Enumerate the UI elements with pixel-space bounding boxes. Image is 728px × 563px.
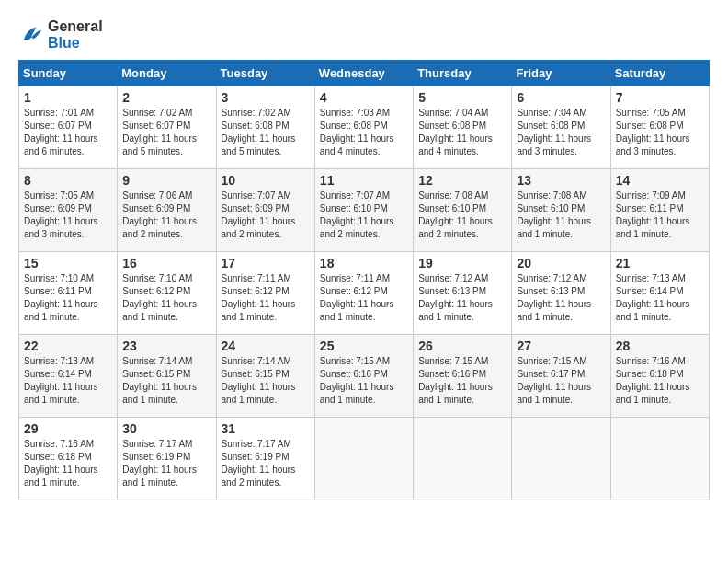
calendar-cell: 25Sunrise: 7:15 AM Sunset: 6:16 PM Dayli… <box>314 335 413 418</box>
calendar-cell: 26Sunrise: 7:15 AM Sunset: 6:16 PM Dayli… <box>414 335 512 418</box>
week-row-3: 15Sunrise: 7:10 AM Sunset: 6:11 PM Dayli… <box>19 252 710 335</box>
calendar-cell: 16Sunrise: 7:10 AM Sunset: 6:12 PM Dayli… <box>118 252 216 335</box>
day-number: 22 <box>24 339 112 353</box>
calendar-cell: 17Sunrise: 7:11 AM Sunset: 6:12 PM Dayli… <box>216 252 314 335</box>
column-header-wednesday: Wednesday <box>314 61 413 86</box>
day-number: 6 <box>517 90 605 105</box>
day-number: 10 <box>222 173 310 188</box>
calendar-cell: 11Sunrise: 7:07 AM Sunset: 6:10 PM Dayli… <box>314 169 413 252</box>
day-number: 20 <box>517 256 605 270</box>
day-info: Sunrise: 7:17 AM Sunset: 6:19 PM Dayligh… <box>122 438 210 489</box>
calendar-cell: 10Sunrise: 7:07 AM Sunset: 6:09 PM Dayli… <box>216 169 314 252</box>
calendar-cell <box>414 418 512 500</box>
day-info: Sunrise: 7:12 AM Sunset: 6:13 PM Dayligh… <box>517 272 605 324</box>
day-info: Sunrise: 7:01 AM Sunset: 6:07 PM Dayligh… <box>24 107 112 158</box>
day-info: Sunrise: 7:08 AM Sunset: 6:10 PM Dayligh… <box>418 190 506 241</box>
day-number: 4 <box>320 90 408 105</box>
logo-text-line1: General <box>48 18 103 35</box>
day-number: 9 <box>122 173 210 188</box>
calendar-cell: 15Sunrise: 7:10 AM Sunset: 6:11 PM Dayli… <box>19 252 118 335</box>
calendar-cell: 8Sunrise: 7:05 AM Sunset: 6:09 PM Daylig… <box>19 169 118 252</box>
calendar-cell: 23Sunrise: 7:14 AM Sunset: 6:15 PM Dayli… <box>118 335 216 418</box>
week-row-2: 8Sunrise: 7:05 AM Sunset: 6:09 PM Daylig… <box>19 169 710 252</box>
day-number: 31 <box>222 421 310 436</box>
day-info: Sunrise: 7:10 AM Sunset: 6:12 PM Dayligh… <box>122 272 210 324</box>
day-number: 17 <box>222 256 310 270</box>
day-info: Sunrise: 7:13 AM Sunset: 6:14 PM Dayligh… <box>24 355 112 407</box>
day-number: 2 <box>122 90 210 105</box>
day-number: 26 <box>418 339 506 353</box>
week-row-1: 1Sunrise: 7:01 AM Sunset: 6:07 PM Daylig… <box>19 86 710 169</box>
day-info: Sunrise: 7:02 AM Sunset: 6:07 PM Dayligh… <box>122 107 210 158</box>
header-row: SundayMondayTuesdayWednesdayThursdayFrid… <box>19 61 710 86</box>
calendar-cell: 24Sunrise: 7:14 AM Sunset: 6:15 PM Dayli… <box>216 335 314 418</box>
calendar-cell <box>512 418 610 500</box>
day-number: 11 <box>320 173 408 188</box>
day-info: Sunrise: 7:13 AM Sunset: 6:14 PM Dayligh… <box>616 272 704 324</box>
day-number: 5 <box>418 90 506 105</box>
day-info: Sunrise: 7:02 AM Sunset: 6:08 PM Dayligh… <box>222 107 310 158</box>
column-header-saturday: Saturday <box>610 61 709 86</box>
day-info: Sunrise: 7:16 AM Sunset: 6:18 PM Dayligh… <box>24 438 112 489</box>
logo-bird-icon <box>18 22 44 48</box>
calendar-table: SundayMondayTuesdayWednesdayThursdayFrid… <box>18 60 710 500</box>
day-number: 21 <box>616 256 704 270</box>
calendar-cell: 2Sunrise: 7:02 AM Sunset: 6:07 PM Daylig… <box>118 86 216 169</box>
day-number: 16 <box>122 256 210 270</box>
day-info: Sunrise: 7:09 AM Sunset: 6:11 PM Dayligh… <box>616 190 704 241</box>
day-number: 15 <box>24 256 112 270</box>
column-header-monday: Monday <box>118 61 216 86</box>
calendar-cell <box>610 418 709 500</box>
day-number: 18 <box>320 256 408 270</box>
calendar-cell: 29Sunrise: 7:16 AM Sunset: 6:18 PM Dayli… <box>19 418 118 500</box>
calendar-cell: 27Sunrise: 7:15 AM Sunset: 6:17 PM Dayli… <box>512 335 610 418</box>
day-number: 7 <box>616 90 704 105</box>
day-info: Sunrise: 7:12 AM Sunset: 6:13 PM Dayligh… <box>418 272 506 324</box>
day-number: 24 <box>222 339 310 353</box>
calendar-cell: 12Sunrise: 7:08 AM Sunset: 6:10 PM Dayli… <box>414 169 512 252</box>
calendar-cell: 21Sunrise: 7:13 AM Sunset: 6:14 PM Dayli… <box>610 252 709 335</box>
day-number: 1 <box>24 90 112 105</box>
page-header: General Blue <box>18 18 710 51</box>
day-number: 27 <box>517 339 605 353</box>
calendar-cell: 20Sunrise: 7:12 AM Sunset: 6:13 PM Dayli… <box>512 252 610 335</box>
calendar-cell: 31Sunrise: 7:17 AM Sunset: 6:19 PM Dayli… <box>216 418 314 500</box>
calendar-cell: 1Sunrise: 7:01 AM Sunset: 6:07 PM Daylig… <box>19 86 118 169</box>
day-info: Sunrise: 7:15 AM Sunset: 6:17 PM Dayligh… <box>517 355 605 407</box>
week-row-5: 29Sunrise: 7:16 AM Sunset: 6:18 PM Dayli… <box>19 418 710 500</box>
day-info: Sunrise: 7:11 AM Sunset: 6:12 PM Dayligh… <box>222 272 310 324</box>
calendar-cell: 28Sunrise: 7:16 AM Sunset: 6:18 PM Dayli… <box>610 335 709 418</box>
day-info: Sunrise: 7:14 AM Sunset: 6:15 PM Dayligh… <box>222 355 310 407</box>
calendar-cell <box>314 418 413 500</box>
day-info: Sunrise: 7:07 AM Sunset: 6:09 PM Dayligh… <box>222 190 310 241</box>
day-number: 3 <box>222 90 310 105</box>
day-number: 12 <box>418 173 506 188</box>
calendar-cell: 14Sunrise: 7:09 AM Sunset: 6:11 PM Dayli… <box>610 169 709 252</box>
calendar-cell: 5Sunrise: 7:04 AM Sunset: 6:08 PM Daylig… <box>414 86 512 169</box>
week-row-4: 22Sunrise: 7:13 AM Sunset: 6:14 PM Dayli… <box>19 335 710 418</box>
day-info: Sunrise: 7:14 AM Sunset: 6:15 PM Dayligh… <box>122 355 210 407</box>
calendar-cell: 7Sunrise: 7:05 AM Sunset: 6:08 PM Daylig… <box>610 86 709 169</box>
day-number: 25 <box>320 339 408 353</box>
day-number: 29 <box>24 421 112 436</box>
calendar-cell: 3Sunrise: 7:02 AM Sunset: 6:08 PM Daylig… <box>216 86 314 169</box>
day-info: Sunrise: 7:15 AM Sunset: 6:16 PM Dayligh… <box>320 355 408 407</box>
day-info: Sunrise: 7:05 AM Sunset: 6:09 PM Dayligh… <box>24 190 112 241</box>
column-header-thursday: Thursday <box>414 61 512 86</box>
day-info: Sunrise: 7:10 AM Sunset: 6:11 PM Dayligh… <box>24 272 112 324</box>
day-info: Sunrise: 7:03 AM Sunset: 6:08 PM Dayligh… <box>320 107 408 158</box>
calendar-cell: 18Sunrise: 7:11 AM Sunset: 6:12 PM Dayli… <box>314 252 413 335</box>
column-header-tuesday: Tuesday <box>216 61 314 86</box>
day-number: 8 <box>24 173 112 188</box>
day-number: 13 <box>517 173 605 188</box>
logo: General Blue <box>18 18 103 51</box>
column-header-friday: Friday <box>512 61 610 86</box>
day-info: Sunrise: 7:08 AM Sunset: 6:10 PM Dayligh… <box>517 190 605 241</box>
day-info: Sunrise: 7:11 AM Sunset: 6:12 PM Dayligh… <box>320 272 408 324</box>
day-info: Sunrise: 7:06 AM Sunset: 6:09 PM Dayligh… <box>122 190 210 241</box>
calendar-cell: 13Sunrise: 7:08 AM Sunset: 6:10 PM Dayli… <box>512 169 610 252</box>
calendar-cell: 6Sunrise: 7:04 AM Sunset: 6:08 PM Daylig… <box>512 86 610 169</box>
column-header-sunday: Sunday <box>19 61 118 86</box>
day-number: 28 <box>616 339 704 353</box>
day-number: 30 <box>122 421 210 436</box>
